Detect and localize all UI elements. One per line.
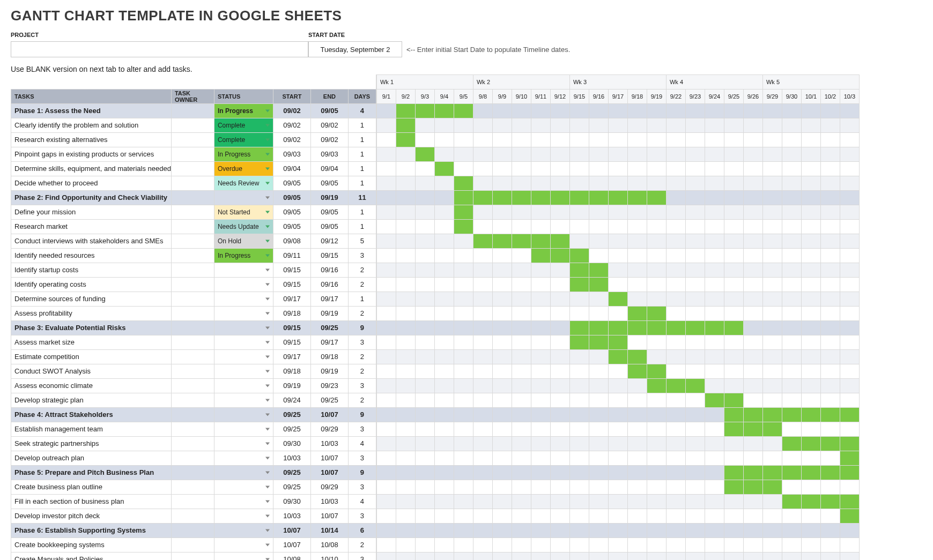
timeline-cell[interactable] — [569, 321, 589, 335]
timeline-cell[interactable] — [589, 379, 608, 393]
timeline-cell[interactable] — [454, 538, 473, 552]
timeline-cell[interactable] — [724, 133, 743, 147]
timeline-cell[interactable] — [512, 422, 531, 437]
timeline-cell[interactable] — [762, 133, 782, 147]
timeline-cell[interactable] — [724, 263, 743, 278]
timeline-cell[interactable] — [608, 552, 627, 561]
start-cell[interactable]: 09/05 — [273, 190, 310, 205]
timeline-cell[interactable] — [627, 451, 647, 466]
task-name-cell[interactable]: Assess profitability — [11, 306, 172, 320]
timeline-cell[interactable] — [840, 480, 859, 495]
days-cell[interactable]: 2 — [348, 364, 376, 378]
timeline-cell[interactable] — [589, 524, 608, 538]
timeline-cell[interactable] — [473, 205, 492, 220]
status-dropdown[interactable] — [214, 393, 273, 407]
timeline-cell[interactable] — [743, 292, 762, 307]
timeline-cell[interactable] — [473, 321, 492, 335]
timeline-cell[interactable] — [840, 118, 859, 133]
timeline-cell[interactable] — [569, 249, 589, 263]
timeline-cell[interactable] — [512, 524, 531, 538]
timeline-cell[interactable] — [705, 466, 724, 480]
end-cell[interactable]: 09/12 — [310, 234, 348, 248]
timeline-cell[interactable] — [705, 335, 724, 350]
timeline-cell[interactable] — [705, 292, 724, 307]
timeline-cell[interactable] — [454, 162, 473, 176]
status-dropdown[interactable]: In Progress — [214, 147, 273, 161]
timeline-cell[interactable] — [743, 249, 762, 263]
timeline-cell[interactable] — [589, 451, 608, 466]
timeline-cell[interactable] — [647, 379, 666, 393]
timeline-cell[interactable] — [569, 552, 589, 561]
timeline-cell[interactable] — [589, 538, 608, 552]
timeline-cell[interactable] — [550, 263, 569, 278]
timeline-cell[interactable] — [743, 495, 762, 509]
timeline-cell[interactable] — [531, 538, 550, 552]
end-cell[interactable]: 09/05 — [310, 205, 348, 219]
timeline-cell[interactable] — [569, 538, 589, 552]
timeline-cell[interactable] — [801, 133, 820, 147]
timeline-cell[interactable] — [685, 234, 705, 249]
timeline-cell[interactable] — [627, 307, 647, 321]
timeline-cell[interactable] — [589, 495, 608, 509]
start-cell[interactable]: 09/17 — [273, 292, 310, 306]
timeline-cell[interactable] — [840, 335, 859, 350]
timeline-cell[interactable] — [492, 278, 512, 292]
timeline-cell[interactable] — [531, 321, 550, 335]
timeline-cell[interactable] — [550, 480, 569, 495]
timeline-cell[interactable] — [782, 552, 801, 561]
timeline-cell[interactable] — [627, 104, 647, 118]
timeline-cell[interactable] — [608, 104, 627, 118]
timeline-cell[interactable] — [376, 552, 396, 561]
timeline-cell[interactable] — [820, 220, 840, 234]
timeline-cell[interactable] — [685, 364, 705, 379]
timeline-cell[interactable] — [627, 118, 647, 133]
timeline-cell[interactable] — [434, 118, 454, 133]
timeline-cell[interactable] — [840, 350, 859, 364]
timeline-cell[interactable] — [801, 118, 820, 133]
timeline-cell[interactable] — [492, 321, 512, 335]
timeline-cell[interactable] — [627, 263, 647, 278]
timeline-cell[interactable] — [454, 205, 473, 220]
timeline-cell[interactable] — [608, 437, 627, 451]
timeline-cell[interactable] — [415, 234, 434, 249]
timeline-cell[interactable] — [801, 393, 820, 408]
timeline-cell[interactable] — [782, 220, 801, 234]
timeline-cell[interactable] — [473, 495, 492, 509]
timeline-cell[interactable] — [724, 422, 743, 437]
timeline-cell[interactable] — [454, 220, 473, 234]
timeline-cell[interactable] — [608, 364, 627, 379]
timeline-cell[interactable] — [801, 480, 820, 495]
status-dropdown[interactable]: Needs Update — [214, 219, 273, 234]
timeline-cell[interactable] — [762, 451, 782, 466]
timeline-cell[interactable] — [492, 509, 512, 524]
timeline-cell[interactable] — [801, 552, 820, 561]
timeline-cell[interactable] — [840, 451, 859, 466]
timeline-cell[interactable] — [415, 191, 434, 205]
timeline-cell[interactable] — [454, 364, 473, 379]
timeline-cell[interactable] — [376, 466, 396, 480]
timeline-cell[interactable] — [782, 466, 801, 480]
timeline-cell[interactable] — [705, 379, 724, 393]
timeline-cell[interactable] — [415, 364, 434, 379]
task-owner-cell[interactable] — [171, 494, 214, 509]
task-owner-cell[interactable] — [171, 349, 214, 364]
timeline-cell[interactable] — [589, 321, 608, 335]
timeline-cell[interactable] — [724, 162, 743, 176]
timeline-cell[interactable] — [724, 220, 743, 234]
timeline-cell[interactable] — [820, 234, 840, 249]
timeline-cell[interactable] — [434, 147, 454, 162]
timeline-cell[interactable] — [434, 495, 454, 509]
timeline-cell[interactable] — [782, 379, 801, 393]
start-cell[interactable]: 09/30 — [273, 494, 310, 509]
timeline-cell[interactable] — [550, 104, 569, 118]
timeline-cell[interactable] — [569, 133, 589, 147]
status-dropdown[interactable] — [214, 422, 273, 436]
timeline-cell[interactable] — [454, 234, 473, 249]
chevron-down-icon[interactable] — [265, 124, 270, 126]
timeline-cell[interactable] — [762, 104, 782, 118]
timeline-cell[interactable] — [820, 437, 840, 451]
timeline-cell[interactable] — [473, 176, 492, 191]
timeline-cell[interactable] — [840, 191, 859, 205]
timeline-cell[interactable] — [492, 133, 512, 147]
status-dropdown[interactable] — [214, 494, 273, 509]
